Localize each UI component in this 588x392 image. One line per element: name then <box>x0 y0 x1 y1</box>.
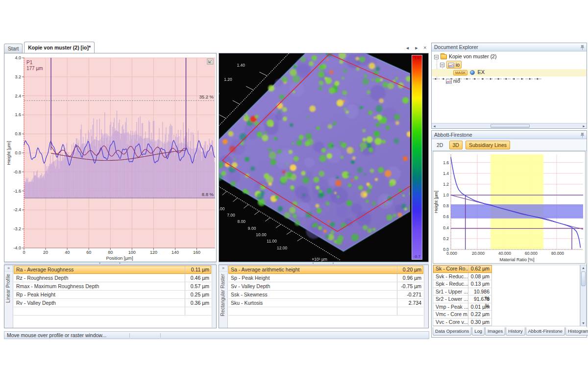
svg-text:-4.0: -4.0 <box>13 245 21 250</box>
colorbar-max-label: 1.0 <box>412 56 422 60</box>
abbott-chart-container[interactable]: 0.00.20.40.60.81.01.21.41.60.00020.00040… <box>433 151 586 264</box>
parameter-row[interactable]: Vvc - Core v...0.30 µm <box>433 318 492 326</box>
collapse-icon[interactable] <box>434 55 439 59</box>
application-window: Start Kopie von muster (2) [io]* ◄ ► × 0… <box>0 42 588 342</box>
dock-tab-history[interactable]: History <box>506 327 525 336</box>
svg-text:80: 80 <box>108 250 113 255</box>
linear-profile-chart[interactable]: 0204060801001201401604.03.22.41.60.80.0-… <box>4 53 216 262</box>
linear-profile-scrollbar[interactable] <box>212 266 216 327</box>
tab-scroll-right-icon[interactable]: ► <box>414 46 418 50</box>
parameter-row[interactable]: Vmc - Core m...0.22 µm <box>433 311 492 318</box>
parameter-name: Spk - Reduc... <box>433 280 468 288</box>
svg-text:60: 60 <box>86 250 91 255</box>
svg-text:1.6: 1.6 <box>443 160 449 165</box>
svg-text:1.4: 1.4 <box>443 171 449 176</box>
svg-text:40.000: 40.000 <box>498 251 511 256</box>
raster-scrollbar[interactable] <box>424 266 428 327</box>
scroll-right-icon[interactable]: ► <box>582 124 586 128</box>
parameter-row[interactable]: Sk - Core Ro...0.62 µm <box>433 265 492 273</box>
view-2d-button[interactable]: 2D <box>434 141 446 149</box>
view-3d-button[interactable]: 3D <box>449 141 463 149</box>
tree-node-io[interactable]: io <box>440 61 462 68</box>
parameter-row[interactable] <box>14 307 211 316</box>
document-tabbar: Start Kopie von muster (2) [io]* ◄ ► × <box>4 42 429 53</box>
svg-text:20.000: 20.000 <box>472 251 485 256</box>
document-explorer-hscrollbar[interactable]: ◄ ► <box>432 123 587 128</box>
tree-node-root[interactable]: Kopie von muster (2) <box>434 53 496 60</box>
linear-profile-chart-panel[interactable]: 0204060801001201401604.03.22.41.60.80.0-… <box>4 53 217 262</box>
dock-tab-log[interactable]: Log <box>472 327 485 336</box>
parameter-row[interactable]: Vmp - Peak ...0.01 µm <box>433 303 492 311</box>
tree-node-nio[interactable]: nio <box>446 77 460 85</box>
parameter-row[interactable]: Rv - Valley Depth0.36 µm <box>14 299 211 307</box>
abbott-results-table: Sk - Core Ro...0.62 µmSvk - Reduc...0.08… <box>433 265 580 326</box>
document-explorer-header[interactable]: Document Explorer <box>432 43 587 51</box>
scroll-up-icon[interactable]: ▲ <box>581 266 586 270</box>
parameter-row[interactable]: Sr1 - Upper ...10.986 % <box>433 288 492 296</box>
parameter-name: Sku - Kurtosis <box>228 299 397 307</box>
parameter-row[interactable]: Sku - Kurtosis2.734 <box>228 299 423 307</box>
tree-io-label: io <box>456 62 460 68</box>
mask-badge[interactable]: MASK <box>453 70 467 75</box>
selected-node-highlight[interactable]: io <box>446 61 462 69</box>
raster-strip-label: Rectangular Raster <box>220 274 225 316</box>
raster-sidebar[interactable]: » Rectangular Raster <box>219 265 228 328</box>
parameter-row[interactable]: Svk - Reduc...0.08 µm <box>433 273 492 281</box>
svg-text:8.00: 8.00 <box>238 219 246 224</box>
scroll-left-icon[interactable]: ◄ <box>433 124 436 128</box>
parameter-value: 0.20 µm <box>397 266 423 273</box>
tab-scroll-left-icon[interactable]: ◄ <box>405 46 410 50</box>
expand-strip-icon[interactable]: » <box>4 265 13 271</box>
svg-text:60.000: 60.000 <box>525 251 538 256</box>
svg-text:1.40: 1.40 <box>237 63 245 68</box>
tab-start[interactable]: Start <box>4 44 23 53</box>
collapse-icon[interactable] <box>440 63 444 67</box>
parameter-row[interactable]: Ra - Average Roughness0.11 µm <box>14 266 211 274</box>
svg-text:10.00: 10.00 <box>256 232 267 237</box>
raster-table: » Rectangular Raster Sa - Average arithm… <box>219 265 429 328</box>
linear-profile-sidebar[interactable]: » Linear Profile <box>4 265 13 328</box>
expand-strip-icon[interactable]: » <box>219 265 227 271</box>
tree-node-mask[interactable]: MASK EX <box>432 69 587 76</box>
parameter-value <box>185 307 211 315</box>
parameter-row[interactable]: Sp - Peak Height0.96 µm <box>228 274 423 282</box>
parameter-row[interactable]: Ssk - Skewness-0.271 <box>228 291 423 299</box>
svg-text:Height [µm]: Height [µm] <box>6 141 11 165</box>
status-bar: Move mouse over profile or raster window… <box>4 331 429 339</box>
parameter-row[interactable]: Sv - Valley Depth-0.75 µm <box>228 282 423 291</box>
abbott-firestone-chart[interactable]: 0.00.20.40.60.81.01.21.41.60.00020.00040… <box>433 151 585 263</box>
tab-close-icon[interactable]: × <box>423 45 426 50</box>
abbott-toolbar: 2D 3D Subsidiary Lines <box>432 139 587 151</box>
dock-tab-data-operations[interactable]: Data Operations <box>433 327 471 336</box>
parameter-name: Svk - Reduc... <box>433 273 468 280</box>
parameter-row[interactable] <box>228 307 423 316</box>
parameter-row[interactable]: Rmax - Maximum Roughness Depth0.57 µm <box>14 282 211 291</box>
surface-3d-view[interactable]: 0.600.801.001.201.404.005.006.007.008.00… <box>219 53 429 262</box>
tab-navigation: ◄ ► × <box>402 45 426 50</box>
parameter-row[interactable]: Sa - Average arithmetic height0.20 µm <box>228 266 423 274</box>
dock-tab-abbott-firestone[interactable]: Abbott-Firestone <box>526 327 565 336</box>
parameter-row[interactable]: Sr2 - Lower ...91.678 % <box>433 295 492 303</box>
dock-tab-strip: Data OperationsLogImagesHistoryAbbott-Fi… <box>433 327 588 338</box>
surface-3d-render[interactable]: 0.600.801.001.201.404.005.006.007.008.00… <box>219 53 410 262</box>
subsidiary-lines-toggle[interactable]: Subsidiary Lines <box>466 141 510 149</box>
svg-text:80.000: 80.000 <box>551 251 564 256</box>
parameter-row[interactable]: Spk - Reduc...0.13 µm <box>433 280 492 288</box>
dock-tab-images[interactable]: Images <box>485 327 505 336</box>
parameter-value: 0.01 µm <box>468 303 491 311</box>
parameter-row[interactable]: Rp - Peak Height0.25 µm <box>14 291 211 299</box>
abbott-results-scrollbar[interactable]: ▲ ▼ <box>580 265 587 326</box>
parameter-row[interactable]: Rz - Roughness Depth0.46 µm <box>14 274 211 282</box>
parameter-name: Sv - Valley Depth <box>228 282 397 290</box>
abbott-header[interactable]: Abbott-Firestone <box>432 131 587 139</box>
visibility-eye-icon[interactable] <box>470 70 475 75</box>
svg-text:1.00: 1.00 <box>219 91 220 96</box>
core-zone-band <box>490 154 543 249</box>
svg-text:9.00: 9.00 <box>248 226 256 231</box>
dock-tab-histogram[interactable]: Histogram <box>565 327 588 336</box>
scrollbar-thumb[interactable] <box>490 124 530 128</box>
scrollbar-thumb[interactable] <box>581 271 586 286</box>
scroll-down-icon[interactable]: ▼ <box>581 321 586 325</box>
svg-text:177 µm: 177 µm <box>26 66 43 71</box>
tab-document[interactable]: Kopie von muster (2) [io]* <box>24 42 95 53</box>
